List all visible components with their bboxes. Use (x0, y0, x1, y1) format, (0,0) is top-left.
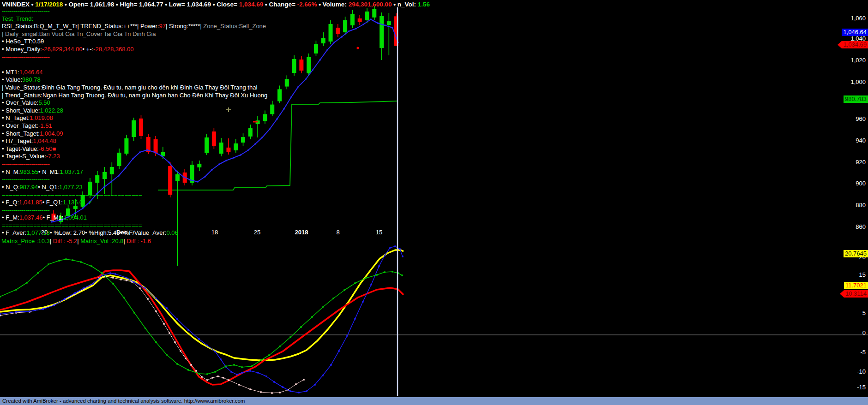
matrix-white-marker (271, 392, 272, 393)
matrix-green-marker (365, 277, 366, 279)
ma-marker (197, 181, 199, 183)
matrix-white-marker (169, 332, 170, 334)
candle-body (102, 172, 107, 179)
matrix-green-marker (72, 259, 73, 261)
matrix-blue-marker (282, 386, 283, 387)
candle-body (52, 214, 56, 220)
ma-marker (89, 202, 90, 203)
ma-marker (103, 187, 105, 188)
ma-marker (67, 217, 69, 218)
matrix-white-marker (260, 391, 261, 393)
ma-marker (147, 149, 148, 151)
matrix-green-marker (279, 345, 280, 347)
matrix-white-marker (303, 379, 304, 380)
candle-body (219, 143, 223, 154)
chart-canvas[interactable] (0, 0, 868, 405)
candle-body (88, 182, 92, 195)
matrix-blue-marker (166, 307, 167, 309)
ma-marker (190, 179, 191, 181)
ma-marker (226, 160, 227, 161)
matrix-blue-marker (214, 351, 216, 352)
candle-body (226, 148, 230, 152)
candle-body (314, 44, 318, 54)
matrix-white-marker (228, 379, 229, 381)
matrix-white-marker (190, 364, 192, 365)
matrix-white-marker (185, 357, 186, 359)
ma-marker (154, 152, 156, 153)
matrix-blue-marker (53, 304, 54, 306)
matrix-green-marker (90, 265, 92, 267)
matrix-white-marker (147, 298, 148, 299)
matrix-green-line (0, 259, 402, 374)
matrix-white-marker (195, 370, 197, 371)
matrix-green-marker (300, 326, 301, 328)
ma-marker (139, 152, 141, 153)
candle-body (81, 195, 85, 207)
matrix-blue-marker (15, 311, 17, 312)
matrix-blue-marker (362, 301, 363, 302)
ma-marker (341, 36, 343, 38)
matrix-green-marker (65, 258, 66, 260)
matrix-blue-marker (220, 358, 221, 360)
ma-marker (183, 176, 184, 178)
matrix-blue-marker (83, 287, 84, 289)
ma-marker (175, 170, 177, 172)
matrix-green-marker (268, 354, 270, 356)
ma-marker (75, 213, 76, 214)
ma-marker (233, 157, 235, 159)
matrix-green-marker (344, 289, 345, 291)
matrix-blue-marker (74, 292, 76, 293)
ma-marker (392, 27, 393, 29)
candle-body (95, 175, 99, 183)
matrix-white-marker (0, 315, 1, 316)
matrix-white-marker (279, 392, 280, 393)
candle-body (66, 208, 70, 216)
matrix-green-marker (15, 289, 17, 290)
ma-marker (96, 193, 98, 195)
matrix-green-marker (260, 359, 261, 361)
candle-body (234, 143, 238, 150)
matrix-blue-marker (176, 318, 178, 320)
matrix-green-marker (332, 298, 334, 299)
candle-body (329, 24, 333, 42)
candle-body (343, 20, 347, 32)
ma-marker (363, 24, 364, 25)
matrix-green-marker (401, 274, 403, 276)
matrix-green-marker (187, 369, 189, 370)
candle-body (168, 166, 172, 195)
status-bar-text: Created with AmiBroker - advanced charti… (2, 398, 245, 404)
matrix-green-marker (233, 364, 235, 365)
ma-marker (51, 221, 53, 223)
matrix-white-marker (163, 323, 164, 324)
matrix-green-marker (225, 365, 226, 367)
ma-marker (334, 42, 335, 43)
ma-marker (161, 155, 163, 157)
ma-marker (312, 70, 313, 71)
ma-marker (82, 208, 84, 209)
matrix-green-marker (376, 274, 377, 275)
matrix-white-marker (155, 310, 157, 312)
matrix-blue-marker (384, 255, 385, 256)
candle-body (350, 14, 355, 25)
ma-line (52, 19, 398, 222)
ma-marker (219, 164, 220, 165)
matrix-green-marker (214, 371, 216, 372)
matrix-white-marker (249, 388, 251, 390)
matrix-blue-marker (273, 381, 275, 382)
candle-body (299, 60, 303, 71)
candle-body (387, 21, 391, 25)
candle-body (197, 164, 201, 167)
candle-body (307, 57, 311, 73)
candle-body (212, 131, 216, 146)
matrix-green-marker (155, 341, 157, 343)
matrix-blue-marker (0, 313, 1, 315)
status-bar: Created with AmiBroker - advanced charti… (0, 397, 868, 405)
candle-body (124, 138, 128, 154)
ma-marker (118, 175, 120, 177)
matrix-green-marker (58, 260, 60, 261)
matrix-green-marker (311, 316, 313, 317)
matrix-blue-marker (399, 248, 400, 250)
candle-body (175, 174, 180, 181)
candle-body (321, 38, 326, 43)
ma-marker (298, 86, 299, 88)
